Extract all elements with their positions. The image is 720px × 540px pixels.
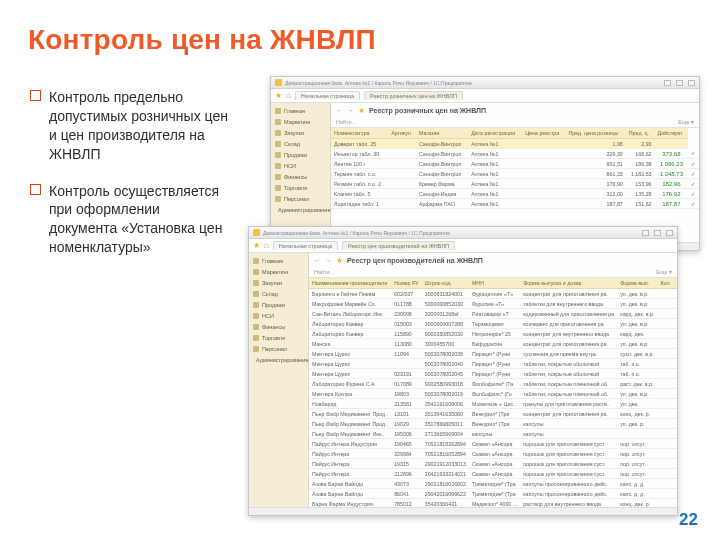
back-icon[interactable]: ← xyxy=(336,107,343,114)
column-header[interactable]: Цена реестра xyxy=(522,128,565,139)
window-producer-prices: Демонстрационная база. Аптека №1 / Карол… xyxy=(248,226,678,516)
star-icon[interactable]: ★ xyxy=(253,242,260,250)
table-row[interactable]: Берлинго и Гейтен Пневм002/0373000831824… xyxy=(309,289,677,299)
sidebar-item[interactable]: Персонал xyxy=(252,345,305,353)
sidebar-item[interactable]: Главная xyxy=(252,257,305,265)
table-row[interactable]: Пайрус Интера Индустрия19046570521818262… xyxy=(309,439,677,449)
table-cell: Аптека №1 xyxy=(468,189,522,199)
table-row[interactable]: Лоратадин табл. 1Арфарма ПАОАптека №1187… xyxy=(331,199,699,209)
table-row[interactable]: Термин табл. с.о.Санофи-ВинтропАптека №1… xyxy=(331,169,699,179)
table-row[interactable]: Лабораторио Канвер0150033000900007288Тер… xyxy=(309,319,677,329)
tab-active[interactable]: Реестр цен производителей на ЖНВЛП xyxy=(342,241,455,250)
table-row[interactable]: Новберид2135813542161608006Мометюзе + Ци… xyxy=(309,399,677,409)
table-row[interactable]: Пьер Фабр Медикамент Прод..1310135139416… xyxy=(309,409,677,419)
sidebar-item[interactable]: Торговля xyxy=(274,184,327,192)
home-icon[interactable]: ⌂ xyxy=(264,241,269,250)
close-button[interactable] xyxy=(666,230,673,236)
data-grid[interactable]: Наименование производителяНомер РУШтрих-… xyxy=(309,277,677,515)
sidebar-item[interactable]: Закупки xyxy=(252,279,305,287)
maximize-button[interactable] xyxy=(654,230,661,236)
table-row[interactable]: Азова Барна Байлдо4307329021816026902Три… xyxy=(309,479,677,489)
maximize-button[interactable] xyxy=(676,80,683,86)
more-menu[interactable]: Еще ▾ xyxy=(678,119,694,125)
table-cell: 5000000852030 xyxy=(422,299,469,309)
tab-active[interactable]: Реестр розничных цен на ЖНВЛП xyxy=(364,91,463,100)
sidebar-item[interactable]: НСИ xyxy=(274,162,327,170)
table-row[interactable]: Минска1130803000455700Бифудоксинконцентр… xyxy=(309,339,677,349)
table-row[interactable]: Минтера Цурих110945002078002038Пирацет* … xyxy=(309,349,677,359)
table-row[interactable]: Пайрус Интера21289620421933214021Скавал … xyxy=(309,469,677,479)
table-row[interactable]: Пайрус Интера22998470521816052894Скавал … xyxy=(309,449,677,459)
table-cell: 13101 xyxy=(391,409,422,419)
column-header[interactable]: Штрих-код xyxy=(422,278,469,289)
more-menu[interactable]: Еще ▾ xyxy=(656,269,672,275)
column-header[interactable]: Наименование производителя xyxy=(309,278,391,289)
sidebar-item[interactable]: Склад xyxy=(274,140,327,148)
slide-title: Контроль цен на ЖНВЛП xyxy=(28,24,376,56)
sidebar-item[interactable]: Главная xyxy=(274,107,327,115)
tab-start-page[interactable]: Начальная страница xyxy=(273,241,338,250)
forward-icon[interactable]: → xyxy=(347,107,354,114)
column-header[interactable]: Цена xyxy=(674,278,677,289)
sidebar-item[interactable]: Продажи xyxy=(252,301,305,309)
table-cell xyxy=(657,399,673,409)
table-row[interactable]: Лентин 100 гСанофи-ВинтропАптека №1951,5… xyxy=(331,159,699,169)
sidebar-item[interactable]: Торговля xyxy=(252,334,305,342)
table-row[interactable]: Доверит табл. 25Санофи-ВинтропАптека №11… xyxy=(331,139,699,149)
home-icon[interactable]: ⌂ xyxy=(286,91,291,100)
table-row[interactable]: Минтера Цурих5002078002040Пирацет* (Руни… xyxy=(309,359,677,369)
tab-start-page[interactable]: Начальная страница xyxy=(295,91,360,100)
column-header[interactable]: Дата регистрации xyxy=(468,128,522,139)
column-header[interactable]: Кол. xyxy=(657,278,673,289)
table-cell: Скавал «Ансора xyxy=(469,449,520,459)
table-row[interactable]: Микрофранк Марвейн Сп.011788500000085203… xyxy=(309,299,677,309)
table-row[interactable]: Минтера Контра198035002078002019Фолбофил… xyxy=(309,389,677,399)
sidebar-item[interactable]: Финансы xyxy=(274,173,327,181)
sidebar-item[interactable]: Склад xyxy=(252,290,305,298)
table-row[interactable]: Лабораторио Канвер1158909000350852030Нит… xyxy=(309,329,677,339)
sidebar-item[interactable]: Маркетинг xyxy=(252,268,305,276)
table-cell: Пьер Фабр Медикамент Прод.. xyxy=(309,409,391,419)
column-header[interactable]: Магазин xyxy=(416,128,468,139)
star-icon[interactable]: ★ xyxy=(275,92,282,100)
sidebar-item[interactable]: Персонал xyxy=(274,195,327,203)
column-header[interactable]: Номер РУ xyxy=(391,278,422,289)
column-header[interactable]: Артикул xyxy=(388,128,416,139)
sidebar-item[interactable]: Финансы xyxy=(252,323,305,331)
column-header[interactable]: Номенклатура xyxy=(331,128,388,139)
column-header[interactable]: Пред. цена розницы xyxy=(565,128,625,139)
close-button[interactable] xyxy=(688,80,695,86)
table-row[interactable]: Клапин табл. 5Санофи-ИндияАптека №1312,0… xyxy=(331,189,699,199)
sidebar-item[interactable]: Маркетинг xyxy=(274,118,327,126)
forward-icon[interactable]: → xyxy=(325,257,332,264)
column-header[interactable]: Действует xyxy=(655,128,689,139)
table-row[interactable]: Минтера Цурих0231915002078002045Пирацет*… xyxy=(309,369,677,379)
table-row[interactable]: Инъектор табл. 30Санофи-ВинтропАптека №1… xyxy=(331,149,699,159)
column-header[interactable]: Форма выпуска и дозир. xyxy=(520,278,617,289)
favorite-icon[interactable]: ★ xyxy=(336,256,343,265)
find-link[interactable]: Найти... xyxy=(314,269,334,275)
column-header[interactable]: Пред. ц. xyxy=(626,128,655,139)
table-cell: Клапин табл. 5 xyxy=(331,189,388,199)
sidebar-item[interactable]: Администрирование xyxy=(252,356,305,364)
table-row[interactable]: Пьер Фабр Медикамент Прод..1902935178668… xyxy=(309,419,677,429)
minimize-button[interactable] xyxy=(664,80,671,86)
sidebar-item[interactable]: НСИ xyxy=(252,312,305,320)
table-row[interactable]: Резмин табл. п.о. 2Кревер ФармаАптека №1… xyxy=(331,179,699,189)
titlebar[interactable]: Демонстрационная база. Аптека №1 / Карол… xyxy=(271,77,699,89)
back-icon[interactable]: ← xyxy=(314,257,321,264)
table-row[interactable]: Пьер Фабр Медикамент Инк..19500627136659… xyxy=(309,429,677,439)
find-link[interactable]: Найти... xyxy=(336,119,356,125)
sidebar-item[interactable]: Продажи xyxy=(274,151,327,159)
table-row[interactable]: Сан-Виталь Лабораторс Инс230098320000126… xyxy=(309,309,677,319)
minimize-button[interactable] xyxy=(642,230,649,236)
sidebar-item[interactable]: Администрирование xyxy=(274,206,327,214)
column-header[interactable]: Форма вып. xyxy=(617,278,657,289)
table-row[interactable]: Пайрус Интера1931529021912033013Скавал «… xyxy=(309,459,677,469)
favorite-icon[interactable]: ★ xyxy=(358,106,365,115)
titlebar[interactable]: Демонстрационная база. Аптека №1 / Карол… xyxy=(249,227,677,239)
table-row[interactable]: Азова Барна Байлдо8604129042016099622Три… xyxy=(309,489,677,499)
column-header[interactable]: МНН xyxy=(469,278,520,289)
table-row[interactable]: Лабораторио Фурина С.А017089900258099301… xyxy=(309,379,677,389)
sidebar-item[interactable]: Закупки xyxy=(274,129,327,137)
